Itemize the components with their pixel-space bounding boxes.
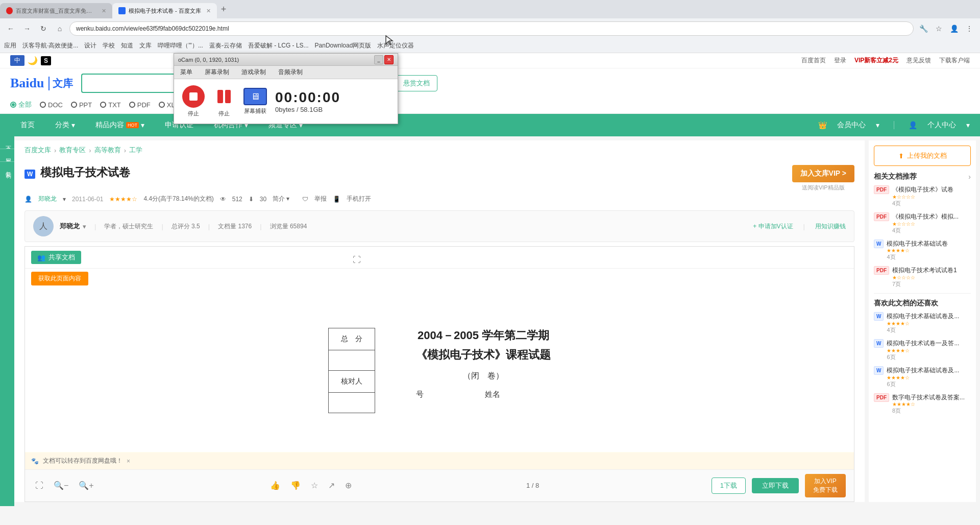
ocam-close-button[interactable]: ✕ [384,55,394,64]
top-feedback[interactable]: 意见反馈 [906,56,931,65]
search-type-doc[interactable]: DOC [40,101,63,109]
bookmarks-bar: 应用 沃客导航·高效便捷... 设计 学校 知道 文库 哔哩哔哩（"'）... … [0,39,980,53]
doc-open-phone[interactable]: 手机打开 [347,195,371,203]
related-doc-1[interactable]: PDF 《模拟电子技术》试卷 ★☆☆☆☆ 4页 [874,185,971,207]
menu-button[interactable]: ⋮ [963,22,976,35]
top-login[interactable]: 登录 [834,56,846,65]
forward-button[interactable]: → [20,22,34,35]
notice-close-btn[interactable]: × [127,458,130,465]
top-vip-link[interactable]: VIP新客立减2元 [854,56,898,65]
top-download-client[interactable]: 下载客户端 [939,56,970,65]
breadcrumb-wenku[interactable]: 百度文库 [24,146,51,155]
refresh-button[interactable]: ↻ [37,22,50,35]
tab-1-close[interactable]: ✕ [102,8,106,14]
breadcrumb-engineering[interactable]: 工学 [129,146,142,155]
new-tab-button[interactable]: + [217,4,231,15]
search-type-txt[interactable]: TXT [100,101,121,109]
thumbs-up-btn[interactable]: 👍 [268,479,282,492]
related-docs-arrow[interactable]: › [968,173,971,181]
join-vip-btn[interactable]: 加入文库VIP > [792,165,854,182]
doc-author[interactable]: 郑晓龙 [38,195,57,203]
get-content-btn[interactable]: 获取此页面内容 [31,272,88,285]
theme-moon[interactable]: 🌙 [28,56,38,65]
ocam-pause-btn[interactable]: 停止 [213,85,235,117]
top-baidu-home[interactable]: 百度首页 [801,56,826,65]
ocam-menu-菜单[interactable]: 菜单 [174,66,199,79]
related-doc-3[interactable]: W 模拟电子技术基础试卷 ★★★★☆ 4页 [874,240,971,261]
back-button[interactable]: ← [4,22,17,35]
zoom-in-btn[interactable]: 🔍+ [77,479,95,492]
side-btn-netdisk[interactable]: 网盘 [0,149,14,161]
breadcrumb-education[interactable]: 教育专区 [59,146,86,155]
ocam-minimize[interactable]: _ [374,55,383,64]
star-button[interactable]: ☆ [932,22,945,35]
more-btn[interactable]: ⊕ [343,479,354,492]
nav-category[interactable]: 分类 ▾ [45,114,85,136]
star-doc-btn[interactable]: ☆ [309,479,320,492]
doc-author-expand[interactable]: ▾ [63,196,66,203]
author-cert-btn[interactable]: + 申请加V认证 [753,222,793,231]
doc-report[interactable]: 举报 [314,195,327,203]
side-btn-download[interactable]: 下载 [0,136,14,149]
ocam-menu-game[interactable]: 游戏录制 [235,66,272,79]
bookmark-pandownload[interactable]: PanDownload网页版 [315,41,372,50]
extensions-button[interactable]: 🔧 [917,22,930,35]
nav-user-center[interactable]: 个人中心 [927,121,956,130]
author-earn-label[interactable]: 用知识赚钱 [815,222,846,231]
nav-vip-icon: 👑 [818,121,827,129]
bookmark-sonar[interactable]: 水声定位仪器 [377,41,414,50]
author-total-score: 总评分 3.5 [172,222,200,231]
thumbs-down-btn[interactable]: 👎 [288,479,303,492]
also-like-1[interactable]: W 模拟电子技术基础试卷及... ★★★★☆ 4页 [874,312,971,334]
nav-home[interactable]: 首页 [10,114,45,136]
profile-button[interactable]: 👤 [947,22,961,35]
also-like-4[interactable]: PDF 数字电子技术试卷及答案... ★★★★☆ 8页 [874,393,971,415]
bookmark-lanzou[interactable]: 蓝奏-云存储 [209,41,242,50]
related-doc-4[interactable]: PDF 模拟电子技术考试试卷1 ★☆☆☆☆ 7页 [874,266,971,288]
also-like-2[interactable]: W 模拟电子技术试卷一及答... ★★★★☆ 6页 [874,339,971,361]
ocam-menu-screen[interactable]: 屏幕录制 [199,66,235,79]
doc-intro-btn[interactable]: 简介 ▾ [273,195,289,203]
bookmark-apps[interactable]: 应用 [4,41,16,50]
side-btn-copy[interactable]: 复制 [0,161,14,174]
bookmark-wenku[interactable]: 文库 [139,41,152,50]
nav-vip-center[interactable]: 会员中心 [837,121,866,130]
tab-bar: 百度文库财富值_百度文库免费下... ✕ 模拟电子技术试卷 - 百度文库 ✕ + [0,0,980,18]
bookmark-bilibili[interactable]: 哔哩哔哩（"'）... [158,41,203,50]
address-input[interactable] [69,21,914,36]
ocam-capture-btn[interactable]: 🖥 屏幕捕获 [243,88,267,115]
bookmark-zhidao[interactable]: 知道 [121,41,133,50]
download-btn-1[interactable]: 1下载 [712,478,746,494]
home-button[interactable]: ⌂ [53,22,66,35]
search-type-all[interactable]: 全部 [10,100,32,109]
fullscreen-toggle-btn[interactable]: ⛶ [33,479,45,492]
ocam-capture-icon: 🖥 [243,88,267,105]
bookmark-school[interactable]: 学校 [103,41,115,50]
tab-1[interactable]: 百度文库财富值_百度文库免费下... ✕ [0,3,112,18]
share-badge[interactable]: 👥 共享文档 [31,251,81,264]
tab-2-close[interactable]: ✕ [206,8,211,14]
download-btn-2[interactable]: 立即下载 [752,478,799,493]
fullscreen-btn[interactable]: ⛶ [353,255,361,265]
breadcrumb-higher-edu[interactable]: 高等教育 [94,146,121,155]
upload-doc-btn[interactable]: ⬆ 上传我的文档 [874,146,971,166]
search-type-ppt[interactable]: PPT [71,101,92,109]
free-vip-button[interactable]: 悬赏文档 [396,75,437,91]
author-name[interactable]: 郑晓龙 [60,222,80,231]
tab-2[interactable]: 模拟电子技术试卷 - 百度文库 ✕ [112,3,217,18]
lang-zh[interactable]: 中 [10,55,24,66]
zoom-out-btn[interactable]: 🔍− [52,479,70,492]
bookmark-design[interactable]: 设计 [84,41,96,50]
author-avatar: 人 [33,216,54,236]
share-doc-btn[interactable]: ↗ [326,479,337,492]
bookmark-nav[interactable]: 沃客导航·高效便捷... [22,41,78,50]
bookmark-52pojie[interactable]: 吾爱破解 - LCG - LS... [248,41,309,50]
author-expand-btn[interactable]: ▾ [83,223,86,230]
search-type-pdf[interactable]: PDF [129,101,151,109]
nav-premium[interactable]: 精品内容 HOT ▾ [85,114,155,136]
vip-download-btn[interactable]: 加入VIP 免费下载 [805,474,846,497]
related-doc-2[interactable]: PDF 《模拟电子技术》模拟... ★☆☆☆☆ 4页 [874,212,971,234]
ocam-menu-audio[interactable]: 音频录制 [272,66,309,79]
ocam-stop-btn[interactable]: 停止 [182,85,205,117]
also-like-3[interactable]: W 模拟电子技术基础试卷及... ★★★★☆ 6页 [874,366,971,388]
